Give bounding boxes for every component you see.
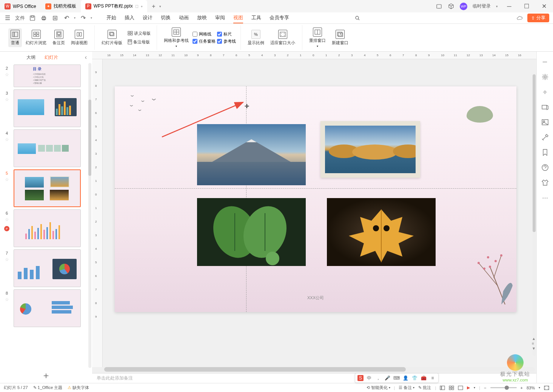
star-icon[interactable]: ☆ [5, 97, 9, 102]
view-reading-button[interactable]: 阅读视图 [69, 28, 90, 47]
cloud-icon[interactable] [516, 14, 524, 22]
ime-keyboard-icon[interactable]: ⌨ [393, 375, 400, 381]
share-button[interactable]: ⇧ 分享 [527, 14, 549, 22]
menu-animation[interactable]: 动画 [179, 13, 189, 23]
next-slide-icon[interactable]: ▼ [532, 346, 536, 350]
star-icon[interactable]: ☆ [5, 297, 9, 302]
ime-expand-icon[interactable]: ≡ [429, 375, 436, 381]
login-chevron-icon[interactable]: ▾ [496, 5, 498, 8]
slide-list[interactable]: 2☆ 目 录 ✓介绍基本信息✓介绍公文化✓讲解介绍产品✓营销方案 3☆ 4☆ [0, 63, 92, 368]
chevron-down-icon[interactable]: ▾ [159, 5, 161, 8]
panel-scrollbar[interactable] [88, 63, 91, 368]
canvas-vertical-scrollbar[interactable] [533, 74, 536, 356]
notes-toggle[interactable]: ☰ 备注▾ [399, 385, 414, 390]
scrollbar-thumb[interactable] [88, 100, 91, 176]
menu-insert[interactable]: 插入 [125, 13, 134, 23]
user-avatar[interactable]: WP [460, 3, 467, 10]
taskpane-checkbox[interactable]: 任务窗格 [193, 38, 216, 44]
slides-tab[interactable]: 幻灯片 [45, 54, 58, 61]
cube-icon[interactable] [448, 3, 454, 10]
menu-review[interactable]: 审阅 [215, 13, 225, 23]
star-icon[interactable]: ☆ [5, 72, 9, 77]
star-icon[interactable]: ☆ [5, 217, 9, 222]
grid-guides-button[interactable]: 网格和参考线 ▾ [162, 26, 191, 49]
slide-position[interactable]: 幻灯片 5 / 27 [4, 385, 28, 390]
zoom-value[interactable]: 83% [527, 386, 535, 390]
fit-to-window-icon[interactable] [544, 386, 549, 390]
menu-start[interactable]: 开始 [106, 13, 116, 23]
play-icon[interactable]: ▶ [467, 385, 470, 390]
ime-user-icon[interactable]: 👤 [402, 375, 409, 381]
login-label[interactable]: 临时登录 [473, 3, 491, 9]
new-tab-button[interactable]: + ▾ [147, 0, 165, 12]
menu-member[interactable]: 会员专享 [270, 13, 289, 23]
tab-menu-icon[interactable]: ● [141, 5, 143, 8]
menu-design[interactable]: 设计 [143, 13, 152, 23]
slide-thumb-2[interactable]: 2☆ 目 录 ✓介绍基本信息✓介绍公文化✓讲解介绍产品✓营销方案 [0, 65, 92, 87]
undo-chevron-icon[interactable]: ▾ [74, 16, 75, 20]
undo-icon[interactable]: ↶ [63, 14, 70, 22]
collapse-panel-icon[interactable]: ‹ [85, 54, 87, 61]
slide-content[interactable]: ⌄ ⌄ ⌄ ⌄ ⌄ ＋ [115, 86, 516, 312]
redo-icon[interactable]: ↷ [79, 14, 87, 22]
view-normal-button[interactable]: 普通 [8, 28, 22, 47]
settings-icon[interactable] [541, 73, 549, 81]
bookmark-icon[interactable] [541, 148, 549, 157]
outline-tab[interactable]: 大纲 [26, 54, 35, 61]
handout-master-button[interactable]: 讲义母版 [126, 30, 152, 37]
slide-thumb-5[interactable]: 5☆ [0, 169, 92, 207]
menu-view[interactable]: 视图 [233, 13, 243, 23]
view-sorter-icon[interactable] [449, 386, 454, 390]
collapse-sidebar-icon[interactable]: ─ [541, 58, 549, 66]
menu-icon[interactable]: ☰ [4, 14, 11, 22]
close-button[interactable]: ✕ [538, 1, 550, 12]
theme-indicator[interactable]: ✎1_Office 主题 [33, 385, 63, 390]
tools-icon[interactable] [541, 133, 549, 141]
slide-thumb-6[interactable]: 6☆P [0, 209, 92, 247]
print-preview-icon[interactable] [51, 14, 59, 22]
chevron-down-icon[interactable]: ▾ [474, 386, 475, 389]
sparkle-icon[interactable]: ✧ [541, 88, 549, 96]
clothing-icon[interactable] [541, 178, 549, 187]
save-icon[interactable] [29, 14, 36, 22]
menu-slideshow[interactable]: 放映 [197, 13, 207, 23]
help-icon[interactable] [541, 163, 549, 172]
new-window-button[interactable]: 新建窗口 [330, 28, 351, 47]
scrollbar-thumb[interactable] [104, 367, 406, 372]
image-library-icon[interactable] [541, 118, 549, 126]
arrange-windows-button[interactable]: 重排窗口 ▾ [307, 26, 328, 49]
comments-toggle[interactable]: ✎ 批注 [418, 385, 431, 390]
guides-input[interactable] [217, 39, 222, 44]
maximize-button[interactable]: ☐ [521, 1, 533, 12]
template-tab[interactable]: ✦ 找稻壳模板 [41, 0, 81, 12]
star-icon[interactable]: ☆ [5, 257, 9, 262]
gridlines-input[interactable] [193, 32, 197, 37]
menu-transition[interactable]: 切换 [161, 13, 171, 23]
missing-font-warning[interactable]: ⚠缺失字体 [68, 385, 89, 390]
zoom-button[interactable]: % 显示比例 [245, 28, 266, 47]
ruler-checkbox[interactable]: 标尺 [217, 31, 236, 37]
slide-nav-menu-icon[interactable]: ≡ [532, 341, 536, 346]
beautify-button[interactable]: ⟲智能美化▾ [367, 385, 390, 390]
slide-master-button[interactable]: 幻灯片母版 [99, 28, 125, 47]
menu-tools[interactable]: 工具 [251, 13, 261, 23]
canvas-horizontal-scrollbar[interactable] [104, 367, 535, 372]
file-menu[interactable]: 文件 [15, 14, 25, 22]
guides-checkbox[interactable]: 参考线 [217, 38, 236, 44]
star-icon[interactable]: ☆ [5, 177, 9, 182]
slide-thumb-7[interactable]: 7☆ [0, 249, 92, 287]
image-maple-leaf[interactable] [327, 198, 436, 266]
notes-area[interactable]: 单击此处添加备注 [92, 373, 536, 383]
horizontal-ruler[interactable]: /* populated below via JS for ticks */ 1… [92, 52, 536, 59]
more-icon[interactable]: ⋯ [541, 194, 549, 202]
template-library-icon[interactable] [541, 103, 549, 111]
slide-canvas[interactable]: ⌄ ⌄ ⌄ ⌄ ⌄ ＋ [103, 59, 536, 367]
image-green-leaves[interactable] [197, 198, 306, 266]
ruler-input[interactable] [217, 32, 222, 37]
gridlines-checkbox[interactable]: 网格线 [193, 31, 216, 37]
horizontal-guide[interactable] [115, 188, 516, 189]
view-normal-icon[interactable] [440, 386, 445, 390]
view-reading-icon[interactable] [458, 386, 463, 390]
taskpane-input[interactable] [193, 39, 197, 44]
view-slide-sorter-button[interactable]: 幻灯片浏览 [23, 28, 49, 47]
